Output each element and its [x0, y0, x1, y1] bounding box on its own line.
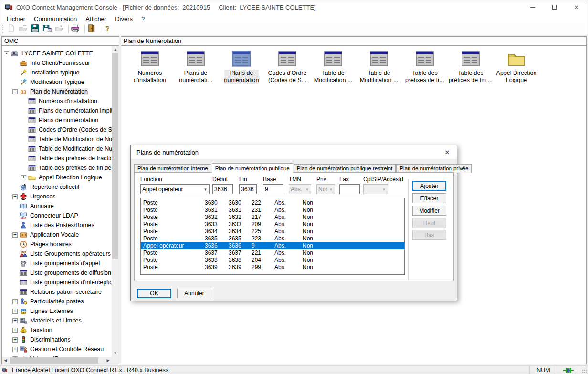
tree-item[interactable]: +$Taxation	[2, 325, 112, 335]
tree-item[interactable]: +Appel Direction Logique	[2, 173, 112, 182]
close-button[interactable]: ✕	[566, 0, 588, 14]
list-item[interactable]: Table despréfixes de fr...	[403, 51, 447, 84]
tree-item[interactable]: Répertoire collectif	[2, 182, 112, 192]
toolbar-grip[interactable]	[2, 25, 5, 33]
table-row[interactable]: Appel opérateur363636369Abs.Non	[141, 242, 404, 249]
select-fonction[interactable]: Appel opérateur▾	[140, 184, 210, 194]
expand-icon[interactable]: +	[12, 347, 18, 352]
expand-icon[interactable]: +	[12, 328, 18, 333]
list-item[interactable]: Plans denumérotation	[220, 51, 263, 84]
tree-item[interactable]: Plans de numérotation impli	[2, 106, 112, 115]
list-item[interactable]: Table deModification ...	[311, 51, 355, 84]
table-row[interactable]: Poste36303630222Abs.Non	[141, 199, 404, 207]
expand-icon[interactable]: +	[21, 175, 26, 180]
table-row[interactable]: Poste36343634225Abs.Non	[141, 228, 404, 235]
tree-item[interactable]: Table de Modification de Nu	[2, 144, 112, 154]
collapse-icon[interactable]: -	[4, 51, 9, 56]
entries-listbox[interactable]: Poste36303630222Abs.NonPoste36313631231A…	[140, 198, 405, 275]
list-item[interactable]: Plans denumérotati...	[174, 51, 218, 84]
tree-item[interactable]: -03Plan de Numérotation	[2, 87, 112, 96]
table-row[interactable]: Poste36353635223Abs.Non	[141, 235, 404, 242]
table-row[interactable]: Poste36323632217Abs.Non	[141, 214, 404, 221]
expand-icon[interactable]: +	[12, 318, 18, 323]
expand-icon[interactable]: +	[12, 194, 18, 199]
tree-item[interactable]: +Discriminations	[2, 335, 112, 344]
toolbar-help-button[interactable]: ?	[103, 24, 115, 34]
table-row[interactable]: Poste36313631231Abs.Non	[141, 207, 404, 214]
tree-item[interactable]: Modification Typique	[2, 77, 112, 87]
tree-item[interactable]: +Particularités postes	[2, 297, 112, 306]
resize-grip[interactable]	[579, 366, 588, 374]
list-item[interactable]: Appel DirectionLogique	[494, 51, 538, 84]
tab-plan-de-num-rotation-interne[interactable]: Plan de numérotation interne	[134, 164, 211, 173]
list-item[interactable]: Codes d'Ordre(Codes de S...	[265, 51, 309, 84]
dialog-close-button[interactable]: ✕	[438, 145, 457, 159]
minimize-button[interactable]	[522, 0, 544, 14]
tab-plan-de-num-rotation-priv-e[interactable]: Plan de numérotation privée	[396, 164, 472, 173]
table-row[interactable]: Poste36393639299Abs.Non	[141, 264, 404, 271]
scroll-down-icon[interactable]: ▼	[112, 350, 119, 357]
tree-item[interactable]: +Lignes Externes	[2, 306, 112, 316]
menu-item-communication[interactable]: Communication	[30, 14, 81, 23]
expand-icon[interactable]: +	[12, 232, 18, 238]
scroll-left-icon[interactable]: ◀	[2, 357, 9, 364]
tree-item[interactable]: Liste groupements d'interceptio	[2, 278, 112, 287]
menu-item-afficher[interactable]: Afficher	[81, 14, 111, 23]
tree-item[interactable]: +Matériels et Limites	[2, 316, 112, 325]
expand-icon[interactable]: +	[12, 299, 18, 304]
toolbar-exit-door-button[interactable]	[87, 24, 99, 34]
tree-item[interactable]: Liste groupements d'appel	[2, 259, 112, 268]
tree-item[interactable]: LDAPConnecteur LDAP	[2, 211, 112, 220]
tree-item[interactable]: -LYCEE SAINTE COLETTE	[2, 49, 112, 58]
horizontal-scrollbar[interactable]: ◀ ▶	[2, 357, 112, 364]
tree-item[interactable]: Liste des Postes/Bornes	[2, 220, 112, 230]
modifier-button[interactable]: Modifier	[412, 206, 446, 216]
tree-item[interactable]: Numéros d'installation	[2, 96, 112, 106]
toolbar-save-button[interactable]	[31, 24, 42, 34]
scroll-right-icon[interactable]: ▶	[105, 357, 112, 364]
tree-item[interactable]: +Application Vocale	[2, 230, 112, 239]
collapse-icon[interactable]: -	[12, 89, 18, 94]
tree-item[interactable]: +Urgences	[2, 192, 112, 201]
tree-item[interactable]: Table des préfixes de fin de r	[2, 163, 112, 173]
input-base[interactable]: 9	[263, 184, 284, 194]
table-row[interactable]: Poste36373637221Abs.Non	[141, 249, 404, 257]
horizontal-scroll-thumb[interactable]	[10, 357, 98, 364]
tree-item[interactable]: Codes d'Ordre (Codes de Se	[2, 125, 112, 135]
menu-item-divers[interactable]: Divers	[111, 14, 137, 23]
input-d-but[interactable]: 3636	[212, 184, 233, 194]
tree-item[interactable]: Annuaire	[2, 201, 112, 211]
tree-item[interactable]: Info Client/Fournisseur	[2, 58, 112, 68]
tree-item[interactable]: +Gestion et Contrôle Réseau	[2, 344, 112, 354]
list-item[interactable]: Table deModification ...	[357, 51, 401, 84]
ok-button[interactable]: OK	[137, 289, 171, 298]
input-fax[interactable]	[339, 184, 360, 194]
menu-item-fichier[interactable]: Fichier	[2, 14, 30, 23]
ajouter-button[interactable]: Ajouter	[412, 181, 446, 191]
vertical-scrollbar[interactable]: ▲ ▼	[112, 46, 119, 357]
tree-item[interactable]: Table des préfixes de fractio	[2, 154, 112, 163]
tab-plan-de-num-rotation-publique-restreint[interactable]: Plan de numérotation publique restreint	[294, 164, 396, 173]
tab-plan-de-num-rotation-publique[interactable]: Plan de numérotation publique	[212, 163, 293, 173]
table-row[interactable]: Poste36383638204Abs.Non	[141, 257, 404, 264]
effacer-button[interactable]: Effacer	[412, 193, 446, 203]
expand-icon[interactable]: +	[12, 337, 18, 343]
list-item[interactable]: Table despréfixes de fin ...	[449, 51, 493, 84]
tree-item[interactable]: Installation typique	[2, 68, 112, 77]
cancel-button[interactable]: Annuler	[177, 289, 211, 298]
tree-item[interactable]: Liste groupements de diffusion	[2, 268, 112, 278]
list-item[interactable]: Numérosd'installation	[128, 51, 172, 84]
table-row[interactable]: Poste36333633209Abs.Non	[141, 221, 404, 228]
scroll-up-icon[interactable]: ▲	[112, 46, 119, 53]
menu-item-?[interactable]: ?	[137, 14, 149, 23]
input-fin[interactable]: 3636	[239, 184, 257, 194]
tree-item[interactable]: Plages horaires	[2, 239, 112, 249]
tree-item[interactable]: Relations patron-secrétaire	[2, 287, 112, 297]
tree-item[interactable]: Table de Modification de Nu	[2, 135, 112, 144]
tree-item[interactable]: Plans de numérotation	[2, 115, 112, 125]
toolbar-print-button[interactable]	[71, 24, 83, 34]
toolbar-save-as-button[interactable]	[42, 24, 54, 34]
expand-icon[interactable]: +	[12, 309, 18, 314]
vertical-scroll-thumb[interactable]	[112, 53, 118, 259]
maximize-button[interactable]	[544, 0, 566, 14]
